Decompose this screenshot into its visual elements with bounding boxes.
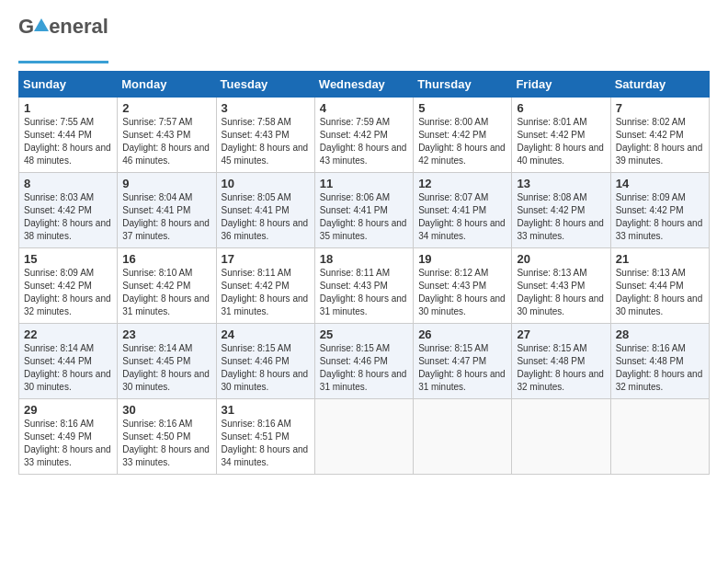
calendar-cell: 27Sunrise: 8:15 AMSunset: 4:48 PMDayligh… [512, 324, 610, 399]
day-number: 21 [616, 252, 705, 266]
day-number: 29 [24, 403, 113, 417]
calendar-cell: 30Sunrise: 8:16 AMSunset: 4:50 PMDayligh… [118, 399, 216, 475]
day-number: 24 [222, 327, 311, 341]
calendar-cell: 12Sunrise: 8:07 AMSunset: 4:41 PMDayligh… [414, 173, 512, 248]
calendar-cell: 2Sunrise: 7:57 AMSunset: 4:43 PMDaylight… [118, 98, 216, 173]
day-number: 11 [320, 177, 409, 190]
calendar-cell: 19Sunrise: 8:12 AMSunset: 4:43 PMDayligh… [414, 248, 512, 324]
cell-info: Sunrise: 8:03 AMSunset: 4:42 PMDaylight:… [24, 191, 113, 243]
calendar-cell [414, 399, 512, 475]
calendar-cell: 9Sunrise: 8:04 AMSunset: 4:41 PMDaylight… [118, 173, 216, 248]
calendar-cell: 10Sunrise: 8:05 AMSunset: 4:41 PMDayligh… [216, 173, 314, 248]
day-number: 3 [222, 101, 311, 115]
day-number: 19 [418, 252, 507, 266]
calendar-cell: 16Sunrise: 8:10 AMSunset: 4:42 PMDayligh… [118, 248, 216, 324]
day-number: 25 [320, 327, 409, 341]
calendar-cell: 23Sunrise: 8:14 AMSunset: 4:45 PMDayligh… [118, 324, 216, 399]
day-number: 18 [320, 252, 409, 266]
cell-info: Sunrise: 8:05 AMSunset: 4:41 PMDaylight:… [222, 191, 311, 243]
day-number: 13 [517, 177, 606, 190]
cell-info: Sunrise: 8:01 AMSunset: 4:42 PMDaylight:… [517, 116, 606, 167]
cell-info: Sunrise: 8:00 AMSunset: 4:42 PMDaylight:… [418, 116, 507, 167]
calendar-cell: 24Sunrise: 8:15 AMSunset: 4:46 PMDayligh… [216, 324, 314, 399]
col-header-wednesday: Wednesday [314, 72, 413, 98]
cell-info: Sunrise: 8:02 AMSunset: 4:42 PMDaylight:… [616, 116, 705, 167]
day-number: 15 [24, 252, 113, 266]
calendar-cell: 25Sunrise: 8:15 AMSunset: 4:46 PMDayligh… [314, 324, 413, 399]
page: G eneral SundayMondayTuesdayWednesdayThu… [0, 0, 728, 484]
cell-info: Sunrise: 7:57 AMSunset: 4:43 PMDaylight:… [122, 116, 211, 167]
day-number: 9 [122, 177, 211, 190]
header-row: SundayMondayTuesdayWednesdayThursdayFrid… [19, 72, 710, 98]
logo-triangle-icon [34, 18, 49, 31]
cell-info: Sunrise: 8:14 AMSunset: 4:44 PMDaylight:… [24, 342, 113, 394]
week-row-2: 8Sunrise: 8:03 AMSunset: 4:42 PMDaylight… [19, 173, 710, 248]
cell-info: Sunrise: 8:16 AMSunset: 4:50 PMDaylight:… [122, 418, 211, 469]
cell-info: Sunrise: 7:58 AMSunset: 4:43 PMDaylight:… [222, 116, 311, 167]
calendar-cell: 29Sunrise: 8:16 AMSunset: 4:49 PMDayligh… [19, 399, 118, 475]
calendar-cell: 18Sunrise: 8:11 AMSunset: 4:43 PMDayligh… [314, 248, 413, 324]
day-number: 4 [320, 101, 409, 115]
day-number: 6 [517, 101, 606, 115]
day-number: 20 [517, 252, 606, 266]
calendar-cell: 3Sunrise: 7:58 AMSunset: 4:43 PMDaylight… [216, 98, 314, 173]
col-header-monday: Monday [118, 72, 216, 98]
cell-info: Sunrise: 7:55 AMSunset: 4:44 PMDaylight:… [24, 116, 113, 167]
cell-info: Sunrise: 7:59 AMSunset: 4:42 PMDaylight:… [320, 116, 409, 167]
cell-info: Sunrise: 8:04 AMSunset: 4:41 PMDaylight:… [122, 191, 211, 243]
day-number: 31 [222, 403, 311, 417]
calendar-cell: 22Sunrise: 8:14 AMSunset: 4:44 PMDayligh… [19, 324, 118, 399]
calendar-cell: 8Sunrise: 8:03 AMSunset: 4:42 PMDaylight… [19, 173, 118, 248]
calendar-cell: 4Sunrise: 7:59 AMSunset: 4:42 PMDaylight… [314, 98, 413, 173]
col-header-sunday: Sunday [19, 72, 118, 98]
cell-info: Sunrise: 8:15 AMSunset: 4:48 PMDaylight:… [517, 342, 606, 394]
col-header-tuesday: Tuesday [216, 72, 314, 98]
day-number: 26 [418, 327, 507, 341]
cell-info: Sunrise: 8:13 AMSunset: 4:43 PMDaylight:… [517, 267, 606, 318]
col-header-thursday: Thursday [414, 72, 512, 98]
calendar-cell: 28Sunrise: 8:16 AMSunset: 4:48 PMDayligh… [610, 324, 709, 399]
calendar-cell: 15Sunrise: 8:09 AMSunset: 4:42 PMDayligh… [19, 248, 118, 324]
calendar-cell: 26Sunrise: 8:15 AMSunset: 4:47 PMDayligh… [414, 324, 512, 399]
cell-info: Sunrise: 8:13 AMSunset: 4:44 PMDaylight:… [616, 267, 705, 318]
cell-info: Sunrise: 8:15 AMSunset: 4:46 PMDaylight:… [320, 342, 409, 394]
calendar-table: SundayMondayTuesdayWednesdayThursdayFrid… [18, 71, 710, 475]
calendar-cell: 21Sunrise: 8:13 AMSunset: 4:44 PMDayligh… [610, 248, 709, 324]
logo-eneral: eneral [49, 15, 108, 39]
cell-info: Sunrise: 8:15 AMSunset: 4:47 PMDaylight:… [418, 342, 507, 394]
calendar-cell: 6Sunrise: 8:01 AMSunset: 4:42 PMDaylight… [512, 98, 610, 173]
calendar-cell: 31Sunrise: 8:16 AMSunset: 4:51 PMDayligh… [216, 399, 314, 475]
calendar-cell: 20Sunrise: 8:13 AMSunset: 4:43 PMDayligh… [512, 248, 610, 324]
cell-info: Sunrise: 8:12 AMSunset: 4:43 PMDaylight:… [418, 267, 507, 318]
day-number: 22 [24, 327, 113, 341]
calendar-cell: 17Sunrise: 8:11 AMSunset: 4:42 PMDayligh… [216, 248, 314, 324]
calendar-cell: 11Sunrise: 8:06 AMSunset: 4:41 PMDayligh… [314, 173, 413, 248]
day-number: 7 [616, 101, 705, 115]
cell-info: Sunrise: 8:14 AMSunset: 4:45 PMDaylight:… [122, 342, 211, 394]
day-number: 2 [122, 101, 211, 115]
week-row-3: 15Sunrise: 8:09 AMSunset: 4:42 PMDayligh… [19, 248, 710, 324]
day-number: 17 [222, 252, 311, 266]
cell-info: Sunrise: 8:11 AMSunset: 4:42 PMDaylight:… [222, 267, 311, 318]
calendar-cell: 13Sunrise: 8:08 AMSunset: 4:42 PMDayligh… [512, 173, 610, 248]
cell-info: Sunrise: 8:09 AMSunset: 4:42 PMDaylight:… [24, 267, 113, 318]
day-number: 28 [616, 327, 705, 341]
logo: G eneral [18, 15, 108, 63]
day-number: 23 [122, 327, 211, 341]
cell-info: Sunrise: 8:07 AMSunset: 4:41 PMDaylight:… [418, 191, 507, 243]
week-row-1: 1Sunrise: 7:55 AMSunset: 4:44 PMDaylight… [19, 98, 710, 173]
calendar-cell [512, 399, 610, 475]
cell-info: Sunrise: 8:10 AMSunset: 4:42 PMDaylight:… [122, 267, 211, 318]
day-number: 30 [122, 403, 211, 417]
week-row-5: 29Sunrise: 8:16 AMSunset: 4:49 PMDayligh… [19, 399, 710, 475]
day-number: 16 [122, 252, 211, 266]
cell-info: Sunrise: 8:11 AMSunset: 4:43 PMDaylight:… [320, 267, 409, 318]
day-number: 10 [222, 177, 311, 190]
logo-underline [18, 61, 108, 63]
logo-general-g: G [18, 15, 34, 39]
day-number: 8 [24, 177, 113, 190]
cell-info: Sunrise: 8:06 AMSunset: 4:41 PMDaylight:… [320, 191, 409, 243]
calendar-cell: 7Sunrise: 8:02 AMSunset: 4:42 PMDaylight… [610, 98, 709, 173]
day-number: 1 [24, 101, 113, 115]
calendar-cell: 5Sunrise: 8:00 AMSunset: 4:42 PMDaylight… [414, 98, 512, 173]
